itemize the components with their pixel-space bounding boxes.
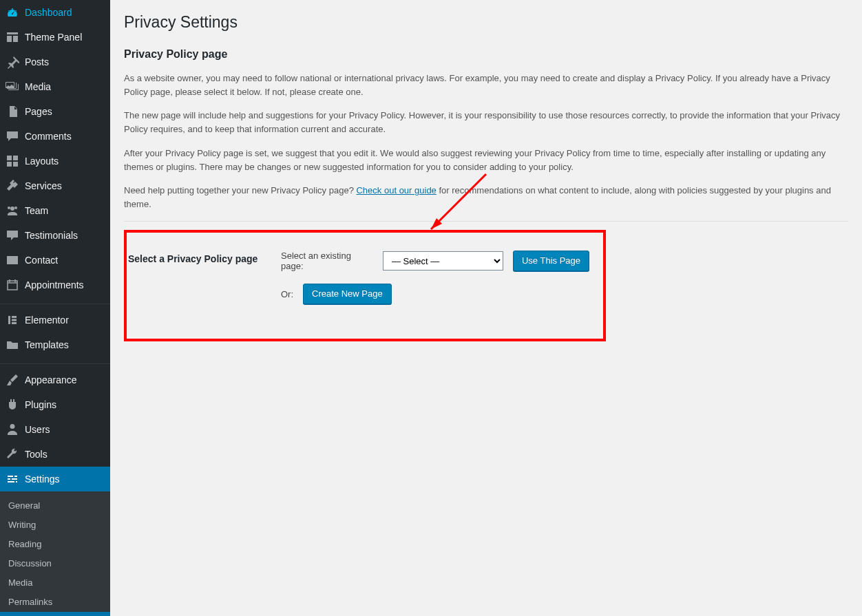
- sidebar-item-comments: Comments: [0, 124, 110, 149]
- sidebar-item-testimonials: Testimonials: [0, 223, 110, 248]
- content-area: Privacy Settings Privacy Policy page As …: [110, 0, 862, 616]
- sidebar-item-team: Team: [0, 198, 110, 223]
- admin-sidebar: Dashboard Theme Panel Posts Media Pages …: [0, 0, 110, 616]
- highlighted-form-area: Select a Privacy Policy page Select an e…: [124, 230, 606, 341]
- sidebar-label: Theme Panel: [25, 31, 82, 43]
- groups-icon: [6, 204, 19, 217]
- pin-icon: [6, 55, 19, 69]
- sidebar-item-media: Media: [0, 74, 110, 99]
- sidebar-item-pages: Pages: [0, 99, 110, 124]
- form-row-label: Select a Privacy Policy page: [128, 246, 280, 321]
- sidebar-label: Testimonials: [25, 229, 78, 242]
- page-title: Privacy Settings: [124, 13, 848, 32]
- settings-submenu: General Writing Reading Discussion Media…: [0, 491, 110, 616]
- sidebar-item-contact: Contact: [0, 248, 110, 273]
- layout-icon: [6, 30, 19, 44]
- sidebar-item-appointments: Appointments: [0, 273, 110, 297]
- hammer-icon: [6, 179, 19, 193]
- sidebar-label: Layouts: [25, 155, 59, 167]
- sidebar-label: Users: [25, 423, 50, 436]
- sidebar-label: Dashboard: [25, 6, 72, 19]
- folder-icon: [6, 338, 19, 352]
- sidebar-item-appearance: Appearance: [0, 368, 110, 392]
- submenu-item-media: Media: [0, 573, 110, 593]
- sidebar-label: Contact: [25, 254, 58, 266]
- submenu-item-reading: Reading: [0, 535, 110, 554]
- sidebar-item-plugins: Plugins: [0, 392, 110, 417]
- sidebar-label: Services: [25, 180, 62, 192]
- sidebar-label: Appearance: [25, 374, 77, 386]
- submenu-item-privacy: Privacy: [0, 612, 110, 616]
- intro-paragraph-2: The new page will include help and sugge…: [124, 109, 847, 136]
- plugin-icon: [6, 398, 19, 412]
- privacy-page-select[interactable]: — Select —: [383, 251, 503, 270]
- sidebar-item-elementor: Elementor: [0, 308, 110, 332]
- user-icon: [6, 423, 19, 436]
- section-heading: Privacy Policy page: [124, 48, 848, 61]
- sidebar-item-users: Users: [0, 417, 110, 442]
- brush-icon: [6, 373, 19, 387]
- annotation-arrow: [410, 167, 493, 250]
- submenu-item-writing: Writing: [0, 516, 110, 535]
- separator: [0, 361, 110, 364]
- submenu-item-discussion: Discussion: [0, 554, 110, 573]
- elementor-icon: [6, 313, 19, 327]
- sidebar-item-tools: Tools: [0, 442, 110, 467]
- sidebar-label: Templates: [25, 339, 69, 351]
- sidebar-item-dashboard: Dashboard: [0, 0, 110, 25]
- sidebar-item-posts: Posts: [0, 50, 110, 74]
- select-existing-label: Select an existing page:: [281, 251, 373, 271]
- sidebar-label: Tools: [25, 448, 48, 460]
- sidebar-label: Appointments: [25, 279, 84, 291]
- page-icon: [6, 105, 19, 118]
- sidebar-item-theme-panel: Theme Panel: [0, 25, 110, 50]
- sidebar-item-layouts: Layouts: [0, 149, 110, 173]
- wrench-icon: [6, 447, 19, 461]
- submenu-item-general: General: [0, 496, 110, 516]
- dashboard-icon: [6, 6, 19, 19]
- use-this-page-button[interactable]: Use This Page: [513, 251, 589, 271]
- sidebar-label: Posts: [25, 56, 49, 68]
- sidebar-label: Plugins: [25, 399, 56, 411]
- sidebar-label: Media: [25, 81, 51, 93]
- sidebar-label: Pages: [25, 105, 52, 118]
- create-new-page-button[interactable]: Create New Page: [303, 284, 392, 304]
- sidebar-item-templates: Templates: [0, 332, 110, 357]
- email-icon: [6, 253, 19, 267]
- sidebar-label: Elementor: [25, 314, 69, 326]
- separator: [0, 301, 110, 304]
- submenu-item-permalinks: Permalinks: [0, 593, 110, 612]
- sidebar-label: Team: [25, 204, 48, 217]
- media-icon: [6, 80, 19, 94]
- sidebar-label: Settings: [25, 473, 60, 485]
- sliders-icon: [6, 472, 19, 486]
- or-label: Or:: [281, 289, 293, 299]
- grid-icon: [6, 154, 19, 168]
- comment-icon: [6, 129, 19, 143]
- sidebar-item-services: Services: [0, 173, 110, 198]
- intro-paragraph-1: As a website owner, you may need to foll…: [124, 72, 847, 99]
- calendar-icon: [6, 278, 19, 292]
- testimonial-icon: [6, 229, 19, 242]
- sidebar-item-settings: Settings: [0, 467, 110, 491]
- sidebar-label: Comments: [25, 130, 72, 142]
